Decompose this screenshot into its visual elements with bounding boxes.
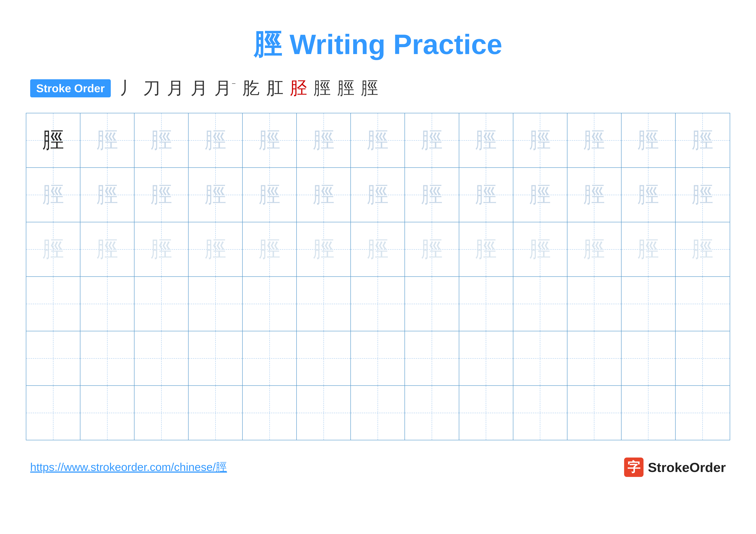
stroke-steps: 丿 刀 月 月 月⁻ 肐 肛 胫 脛 脛 脛 (120, 77, 378, 100)
char-light1: 脛 (96, 126, 118, 155)
grid-cell-r5-c12[interactable] (622, 331, 676, 385)
grid-cell-r6-c2[interactable] (80, 386, 134, 440)
grid-cell-r6-c12[interactable] (622, 386, 676, 440)
grid-cell-r5-c9[interactable] (459, 331, 513, 385)
title-char: 脛 Writing Practice (254, 29, 502, 60)
grid-cell-r3-c5: 脛 (243, 222, 297, 276)
stroke-order-badge: Stroke Order (30, 79, 111, 97)
grid-cell-r4-c10[interactable] (513, 277, 567, 331)
grid-cell-r4-c8[interactable] (405, 277, 459, 331)
grid-cell-r3-c12: 脛 (622, 222, 676, 276)
grid-row-4 (26, 277, 730, 331)
grid-cell-r2-c5: 脛 (243, 168, 297, 222)
grid-cell-r2-c9: 脛 (459, 168, 513, 222)
grid-cell-r1-c12: 脛 (622, 113, 676, 167)
grid-cell-r3-c4: 脛 (189, 222, 243, 276)
grid-cell-r5-c5[interactable] (243, 331, 297, 385)
grid-cell-r4-c3[interactable] (134, 277, 189, 331)
grid-cell-r5-c3[interactable] (134, 331, 189, 385)
page: 脛 Writing Practice Stroke Order 丿 刀 月 月 … (0, 0, 756, 534)
grid-cell-r6-c1[interactable] (26, 386, 80, 440)
grid-cell-r3-c9: 脛 (459, 222, 513, 276)
grid-cell-r2-c12: 脛 (622, 168, 676, 222)
grid-cell-r4-c13[interactable] (676, 277, 730, 331)
grid-cell-r1-c1: 脛 (26, 113, 80, 167)
grid-cell-r5-c2[interactable] (80, 331, 134, 385)
stroke-step-10: 脛 (337, 77, 355, 100)
grid-cell-r2-c3: 脛 (134, 168, 189, 222)
grid-cell-r6-c3[interactable] (134, 386, 189, 440)
grid-cell-r5-c7[interactable] (351, 331, 405, 385)
grid-cell-r4-c12[interactable] (622, 277, 676, 331)
stroke-step-6: 肐 (242, 77, 260, 100)
grid-cell-r2-c6: 脛 (297, 168, 351, 222)
grid-cell-r6-c8[interactable] (405, 386, 459, 440)
logo-text: StrokeOrder (648, 460, 726, 475)
grid-cell-r1-c8: 脛 (405, 113, 459, 167)
grid-cell-r4-c7[interactable] (351, 277, 405, 331)
stroke-step-1: 丿 (120, 77, 137, 100)
grid-row-3: 脛 脛 脛 脛 脛 脛 脛 脛 脛 脛 脛 脛 脛 (26, 222, 730, 277)
grid-cell-r6-c4[interactable] (189, 386, 243, 440)
grid-cell-r5-c4[interactable] (189, 331, 243, 385)
grid-cell-r6-c11[interactable] (567, 386, 622, 440)
grid-cell-r5-c6[interactable] (297, 331, 351, 385)
grid-cell-r3-c6: 脛 (297, 222, 351, 276)
grid-cell-r1-c3: 脛 (134, 113, 189, 167)
grid-cell-r6-c9[interactable] (459, 386, 513, 440)
grid-cell-r3-c2: 脛 (80, 222, 134, 276)
grid-cell-r5-c11[interactable] (567, 331, 622, 385)
stroke-step-11: 脛 (361, 77, 378, 100)
grid-cell-r2-c11: 脛 (567, 168, 622, 222)
stroke-step-3: 月 (167, 77, 184, 100)
grid-row-5 (26, 331, 730, 386)
grid-cell-r4-c4[interactable] (189, 277, 243, 331)
grid-cell-r4-c2[interactable] (80, 277, 134, 331)
grid-cell-r2-c4: 脛 (189, 168, 243, 222)
grid-cell-r6-c7[interactable] (351, 386, 405, 440)
grid-cell-r2-c13: 脛 (676, 168, 730, 222)
grid-cell-r1-c2: 脛 (80, 113, 134, 167)
grid-cell-r4-c6[interactable] (297, 277, 351, 331)
grid-cell-r6-c6[interactable] (297, 386, 351, 440)
grid-cell-r5-c10[interactable] (513, 331, 567, 385)
grid-cell-r4-c1[interactable] (26, 277, 80, 331)
grid-cell-r6-c10[interactable] (513, 386, 567, 440)
grid-cell-r3-c7: 脛 (351, 222, 405, 276)
grid-cell-r1-c11: 脛 (567, 113, 622, 167)
footer: https://www.strokeorder.com/chinese/脛 字 … (26, 458, 730, 477)
grid-cell-r1-c13: 脛 (676, 113, 730, 167)
stroke-step-7: 肛 (266, 77, 284, 100)
footer-url[interactable]: https://www.strokeorder.com/chinese/脛 (30, 460, 227, 475)
grid-cell-r1-c9: 脛 (459, 113, 513, 167)
page-title: 脛 Writing Practice (26, 26, 730, 64)
stroke-step-8: 胫 (290, 77, 307, 100)
grid-cell-r3-c8: 脛 (405, 222, 459, 276)
grid-cell-r1-c5: 脛 (243, 113, 297, 167)
stroke-step-4: 月 (191, 77, 208, 100)
grid-cell-r6-c13[interactable] (676, 386, 730, 440)
grid-cell-r4-c11[interactable] (567, 277, 622, 331)
grid-cell-r4-c5[interactable] (243, 277, 297, 331)
grid-cell-r3-c13: 脛 (676, 222, 730, 276)
stroke-order-row: Stroke Order 丿 刀 月 月 月⁻ 肐 肛 胫 脛 脛 脛 (26, 77, 730, 100)
stroke-step-5: 月⁻ (214, 77, 236, 100)
grid-cell-r2-c10: 脛 (513, 168, 567, 222)
grid-cell-r4-c9[interactable] (459, 277, 513, 331)
grid-cell-r2-c2: 脛 (80, 168, 134, 222)
grid-row-6 (26, 386, 730, 440)
grid-cell-r1-c6: 脛 (297, 113, 351, 167)
grid-cell-r5-c1[interactable] (26, 331, 80, 385)
grid-cell-r5-c8[interactable] (405, 331, 459, 385)
grid-row-2: 脛 脛 脛 脛 脛 脛 脛 脛 脛 脛 脛 脛 脛 (26, 168, 730, 222)
stroke-step-9: 脛 (313, 77, 331, 100)
grid-cell-r3-c1: 脛 (26, 222, 80, 276)
grid-cell-r2-c7: 脛 (351, 168, 405, 222)
grid-cell-r5-c13[interactable] (676, 331, 730, 385)
grid-cell-r1-c7: 脛 (351, 113, 405, 167)
grid-cell-r6-c5[interactable] (243, 386, 297, 440)
footer-logo: 字 StrokeOrder (624, 458, 726, 477)
grid-cell-r2-c1: 脛 (26, 168, 80, 222)
logo-icon: 字 (624, 458, 643, 477)
grid-cell-r1-c10: 脛 (513, 113, 567, 167)
